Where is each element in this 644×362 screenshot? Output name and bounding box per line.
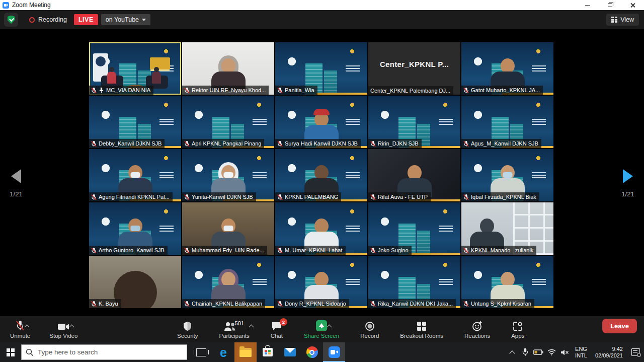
participant-tile[interactable]: Muhammad Edy_UIN Rade... xyxy=(182,202,274,255)
participant-tile[interactable]: Yunita-Kanwil DJKN SJB xyxy=(182,149,274,201)
record-button[interactable]: Record xyxy=(357,316,382,342)
unmute-label: Unmute xyxy=(10,333,30,339)
participant-tile[interactable]: Agus_M_Kanwil DJKN SJB xyxy=(461,96,553,148)
close-button[interactable] xyxy=(621,0,644,10)
participant-tile[interactable]: K. Bayu xyxy=(89,256,181,308)
zoom-taskbar-icon xyxy=(329,346,340,358)
participant-tile[interactable]: Agung Fitriandi KPKNL Pal... xyxy=(89,149,181,201)
participant-tile[interactable]: Center_KPKNL P... Center_KPKNL Palembang… xyxy=(368,42,460,95)
hidden-icons-button[interactable] xyxy=(506,342,519,362)
muted-mic-icon xyxy=(277,140,283,147)
edge-browser-button[interactable]: e xyxy=(212,342,234,362)
youtube-stream-button[interactable]: on YouTube xyxy=(101,14,150,25)
search-input[interactable] xyxy=(38,348,169,356)
chat-label: Chat xyxy=(271,333,283,339)
windows-logo-icon xyxy=(7,348,15,356)
restore-button[interactable] xyxy=(599,0,621,10)
participant-tile[interactable]: Ririn_DJKN SJB xyxy=(368,96,460,148)
participant-tile[interactable]: Rektor UIN RF_Nyayu Khod... xyxy=(182,42,274,95)
reactions-button[interactable]: Reactions xyxy=(461,316,493,342)
participant-tile[interactable]: KPKNL PALEMBANG xyxy=(275,149,367,201)
participant-tile[interactable]: KPKNL Manado_ zulianik xyxy=(461,202,553,255)
participant-nameplate: Rifat Auva - FE UTP xyxy=(368,192,431,201)
participant-tile[interactable]: Dony R_KPKNL Sidoarjo xyxy=(275,256,367,308)
participant-name: Debby_Kanwil DJKN SJB xyxy=(99,140,162,147)
view-button[interactable]: View xyxy=(606,14,639,26)
unmute-button[interactable]: Unmute xyxy=(7,316,33,342)
chat-button[interactable]: 2 Chat xyxy=(268,316,286,342)
share-screen-button[interactable]: Share Screen xyxy=(301,316,342,342)
video-area: MC_VIA DAN NIA Rektor UIN RF_Nyayu Khod.… xyxy=(0,29,644,316)
tray-wifi-button[interactable] xyxy=(545,342,558,362)
participant-tile[interactable]: Chairiah_KPKNL Balikpapan xyxy=(182,256,274,308)
minimize-button[interactable] xyxy=(576,0,599,10)
page-indicator-left: 1/21 xyxy=(1,190,31,198)
file-explorer-button[interactable] xyxy=(234,342,257,362)
background-gold-strip xyxy=(316,93,367,95)
task-view-button[interactable] xyxy=(190,342,212,362)
participant-tile[interactable]: Rika_Kanwil DJKN DKI Jaka... xyxy=(368,256,460,308)
participant-tile[interactable]: Surya Hadi Kanwil DJKN SJB xyxy=(275,96,367,148)
muted-mic-icon xyxy=(463,140,469,147)
clock[interactable]: 9:42 02/09/2021 xyxy=(591,346,627,359)
gallery-prev-page[interactable]: 1/21 xyxy=(1,169,31,198)
muted-mic-icon xyxy=(463,247,469,254)
pinned-icon xyxy=(99,87,104,93)
share-options-caret[interactable] xyxy=(328,324,331,328)
share-screen-icon xyxy=(316,320,327,331)
participant-tile[interactable]: MC_VIA DAN NIA xyxy=(89,42,181,95)
chrome-button[interactable] xyxy=(301,342,323,362)
participant-tile[interactable]: Untung S_Kpknl Kisaran xyxy=(461,256,553,308)
tray-mic-button[interactable] xyxy=(519,342,532,362)
start-button[interactable] xyxy=(0,342,21,362)
participant-tile[interactable]: Gatot Muharto_KPKNL JA... xyxy=(461,42,553,95)
security-shield-button[interactable] xyxy=(4,13,18,27)
search-icon xyxy=(26,348,34,356)
mail-button[interactable] xyxy=(279,342,301,362)
muted-mic-icon xyxy=(370,301,376,307)
language-line1: ENG xyxy=(575,346,587,352)
participant-tile[interactable]: M. Umar_KPKNL Lahat xyxy=(275,202,367,255)
participant-name: Rika_Kanwil DJKN DKI Jaka... xyxy=(378,301,453,307)
action-center-button[interactable] xyxy=(627,342,644,362)
leave-button[interactable]: Leave xyxy=(602,319,637,333)
tray-battery-button[interactable] xyxy=(532,342,545,362)
tray-date: 02/09/2021 xyxy=(595,352,623,359)
recording-label: Recording xyxy=(38,16,67,23)
participants-button[interactable]: 501 Participants xyxy=(216,316,253,342)
live-badge: LIVE xyxy=(74,14,98,25)
participant-tile[interactable]: Artho Guntoro_Kanwil SJB xyxy=(89,202,181,255)
zoom-app-icon xyxy=(3,2,9,9)
participant-tile[interactable]: Joko Sugino xyxy=(368,202,460,255)
participant-nameplate: Agung Fitriandi KPKNL Pal... xyxy=(89,192,173,201)
participant-name: KPKNL Manado_ zulianik xyxy=(471,247,533,253)
muted-mic-icon xyxy=(463,301,469,307)
gallery-next-page[interactable]: 1/21 xyxy=(613,169,643,198)
stop-video-button[interactable]: Stop Video xyxy=(46,316,80,342)
muted-mic-icon xyxy=(370,247,376,254)
participant-tile[interactable]: Apri KPKNL Pangkal Pinang xyxy=(182,96,274,148)
participant-nameplate: Artho Guntoro_Kanwil SJB xyxy=(89,246,168,255)
taskbar-search[interactable] xyxy=(21,344,187,360)
participant-tile[interactable]: Panitia_Wia xyxy=(275,42,367,95)
participant-name: Untung S_Kpknl Kisaran xyxy=(471,301,531,307)
participant-tile[interactable]: Iqbal Firzada_KPKNL Biak xyxy=(461,149,553,201)
muted-mic-icon xyxy=(277,247,283,254)
participant-tile[interactable]: Rifat Auva - FE UTP xyxy=(368,149,460,201)
participant-tile[interactable]: Debby_Kanwil DJKN SJB xyxy=(89,96,181,148)
microsoft-store-button[interactable] xyxy=(257,342,279,362)
participant-name: Surya Hadi Kanwil DJKN SJB xyxy=(285,140,358,147)
video-options-caret[interactable] xyxy=(70,324,73,328)
window-titlebar: Zoom Meeting xyxy=(0,0,644,10)
tray-volume-button[interactable] xyxy=(558,342,571,362)
language-indicator[interactable]: ENG INTL xyxy=(571,346,591,359)
muted-mic-icon xyxy=(184,247,190,254)
mic-options-caret[interactable] xyxy=(25,324,29,328)
participant-nameplate: KPKNL Manado_ zulianik xyxy=(461,246,536,255)
breakout-rooms-button[interactable]: Breakout Rooms xyxy=(397,316,446,342)
tray-mic-icon xyxy=(522,348,528,356)
security-button[interactable]: Security xyxy=(174,316,201,342)
participants-caret[interactable] xyxy=(250,324,253,328)
apps-button[interactable]: Apps xyxy=(508,316,527,342)
zoom-taskbar-button[interactable] xyxy=(323,342,345,362)
